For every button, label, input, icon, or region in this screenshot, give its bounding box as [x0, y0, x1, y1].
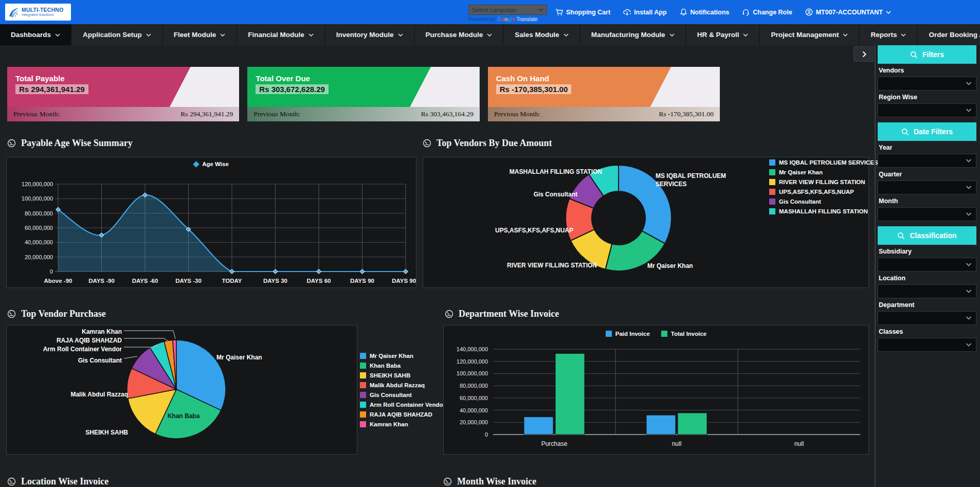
chevron-down-icon: [220, 33, 225, 37]
filter-select-subsidiary[interactable]: [878, 258, 976, 272]
age-wise-line-chart: 020,000,00040,000,00060,000,00080,000,00…: [7, 157, 416, 287]
chevron-down-icon: [966, 186, 972, 189]
nav-item-label: Financial Module: [248, 31, 304, 39]
legend-item[interactable]: UPS,ASFS,KFS,AFS,NUAP: [769, 189, 878, 195]
gauge-icon: [7, 310, 16, 318]
legend-item[interactable]: Gis Consultant: [769, 199, 878, 205]
search-icon: [897, 232, 905, 240]
filter-label-year: Year: [879, 144, 975, 151]
chevron-down-icon: [901, 33, 906, 37]
vendors-due-legend: MS IQBAL PETROLUEM SERVICESMr Qaiser Kha…: [769, 159, 878, 218]
svg-text:UPS,ASFS,KFS,AFS,NUAP: UPS,ASFS,KFS,AFS,NUAP: [495, 227, 573, 234]
legend-swatch: [360, 402, 366, 408]
header-action-notifications[interactable]: Notifications: [680, 8, 730, 16]
nav-item-purchase-module[interactable]: Purchase Module: [415, 24, 504, 45]
sidebar-header-classification[interactable]: Classification: [878, 226, 976, 245]
nav-item-reports[interactable]: Reports: [860, 24, 918, 45]
legend-item[interactable]: Age Wise: [194, 161, 229, 167]
collapse-sidebar-button[interactable]: [854, 46, 874, 62]
svg-text:0: 0: [50, 268, 53, 275]
kpi-previous-month-strip: Previous Month:Rs 294,361,941.29: [7, 107, 239, 121]
nav-item-application-setup[interactable]: Application Setup: [72, 24, 163, 45]
legend-item[interactable]: Mr Qaiser Khan: [769, 169, 878, 175]
chevron-down-icon: [886, 11, 891, 14]
nav-item-project-management[interactable]: Project Management: [760, 24, 860, 45]
legend-item[interactable]: SHEIKH SAHB: [360, 372, 445, 378]
nav-item-manufacturing-module[interactable]: Manufacturing Module: [580, 24, 686, 45]
legend-item[interactable]: Malik Abdul Razzaq: [360, 382, 445, 388]
legend-item[interactable]: Gis Consultant: [360, 392, 445, 398]
brand-name: MULTI-TECHNO: [22, 7, 64, 13]
chevron-down-icon: [308, 33, 314, 37]
sidebar-header-filters[interactable]: Filters: [878, 45, 976, 64]
nav-item-financial-module[interactable]: Financial Module: [237, 24, 325, 45]
filter-select-classes[interactable]: [878, 338, 976, 352]
sidebar-divider: [875, 45, 876, 487]
legend-label: Arm Roll Container Vendor: [370, 402, 445, 408]
svg-text:60,000,000: 60,000,000: [25, 225, 53, 231]
legend-item[interactable]: RIVER VIEW FILLING STATION: [769, 179, 878, 185]
svg-text:80,000,000: 80,000,000: [25, 210, 53, 217]
svg-text:20,000,000: 20,000,000: [25, 254, 53, 260]
chevron-down-icon: [966, 316, 972, 320]
svg-text:DAYS 30: DAYS 30: [263, 278, 287, 284]
header-action-install-app[interactable]: Install App: [623, 8, 666, 16]
header-action-mt007-accountant[interactable]: MT007-ACCOUNTANT: [805, 8, 891, 16]
filter-select-vendors[interactable]: [878, 77, 976, 91]
nav-item-label: Sales Module: [515, 31, 559, 39]
legend-swatch: [360, 372, 366, 378]
legend-item[interactable]: Arm Roll Container Vendor: [360, 402, 445, 408]
nav-item-hr-payroll[interactable]: HR & Payroll: [686, 24, 760, 45]
filter-select-region-wise[interactable]: [878, 103, 976, 117]
legend-item[interactable]: Khan Baba: [360, 363, 445, 369]
svg-text:0: 0: [485, 431, 488, 438]
header-action-shopping-cart[interactable]: Shopping Cart: [555, 8, 610, 16]
svg-text:TODAY: TODAY: [222, 278, 242, 284]
nav-item-fleet-module[interactable]: Fleet Module: [163, 24, 238, 45]
nav-item-inventory-module[interactable]: Inventory Module: [325, 24, 415, 45]
legend-swatch: [360, 411, 366, 418]
language-select[interactable]: Select Language: [468, 5, 547, 15]
cart-icon: [555, 8, 563, 16]
svg-text:Kamran Khan: Kamran Khan: [82, 328, 122, 335]
svg-text:DAYS 60: DAYS 60: [307, 278, 331, 284]
filter-select-location[interactable]: [878, 284, 976, 298]
nav-item-dashboards[interactable]: Dashboards: [0, 24, 72, 45]
legend-label: Mr Qaiser Khan: [779, 169, 823, 175]
filter-select-year[interactable]: [878, 154, 976, 168]
previous-month-value: Rs 294,361,941.29: [180, 110, 233, 118]
sidebar-group-classification: ClassificationSubsidiaryLocationDepartme…: [878, 226, 976, 352]
svg-text:Mr Qaiser Khan: Mr Qaiser Khan: [216, 354, 262, 361]
company-logo: MULTI-TECHNO Integrated Solutions: [5, 4, 71, 21]
legend-swatch: [769, 189, 775, 195]
filter-select-month[interactable]: [878, 207, 976, 221]
nav-item-order-booking-app[interactable]: Order Booking App: [918, 24, 980, 45]
svg-text:20,000,000: 20,000,000: [460, 419, 488, 425]
legend-label: RIVER VIEW FILLING STATION: [779, 179, 865, 185]
brand-tagline: Integrated Solutions: [22, 13, 64, 16]
header-action-change-role[interactable]: Change Role: [742, 8, 792, 16]
sidebar-group-filters: FiltersVendorsRegion Wise: [878, 45, 976, 117]
filter-select-quarter[interactable]: [878, 181, 976, 194]
svg-text:RAJA AQIB SHAHZAD: RAJA AQIB SHAHZAD: [57, 337, 122, 344]
filter-select-department[interactable]: [878, 311, 976, 325]
svg-text:100,000,000: 100,000,000: [22, 195, 53, 202]
legend-item[interactable]: Kamran Khan: [360, 421, 445, 427]
legend-item[interactable]: Mr Qaiser Khan: [360, 353, 445, 359]
nav-item-sales-module[interactable]: Sales Module: [504, 24, 580, 45]
svg-text:Malik Abdul Razzaq: Malik Abdul Razzaq: [70, 391, 128, 398]
sidebar-header-label: Date Filters: [914, 128, 953, 136]
kpi-card-cash-on-hand: Cash On HandRs -170,385,301.00Previous M…: [488, 67, 720, 121]
legend-item[interactable]: MS IQBAL PETROLUEM SERVICES: [769, 159, 878, 166]
gauge-icon: [443, 477, 452, 486]
legend-item[interactable]: Paid Invoice: [606, 331, 650, 337]
svg-text:MS IQBAL PETROLUEMSERVICES: MS IQBAL PETROLUEMSERVICES: [656, 172, 726, 188]
previous-month-value: Rs -170,385,301.00: [659, 110, 714, 118]
sidebar-header-date-filters[interactable]: Date Filters: [878, 122, 976, 141]
nav-item-label: Manufacturing Module: [591, 31, 665, 39]
legend-item[interactable]: MASHALLAH FILLING STATION: [769, 208, 878, 214]
chevron-down-icon: [843, 33, 848, 37]
legend-item[interactable]: RAJA AQIB SHAHZAD: [360, 411, 445, 418]
legend-label: Khan Baba: [370, 363, 401, 369]
legend-item[interactable]: Total Invoice: [661, 331, 706, 337]
